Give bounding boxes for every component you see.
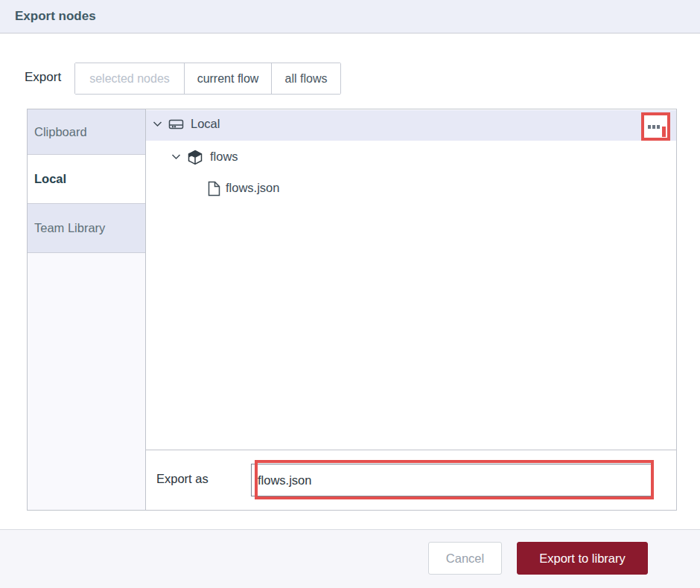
hard-drive-icon — [168, 118, 184, 131]
dialog-title: Export nodes — [15, 9, 96, 24]
export-as-input[interactable] — [251, 464, 654, 496]
export-as-label: Export as — [156, 472, 209, 486]
dialog-footer: Cancel Export to library — [0, 529, 700, 588]
chevron-down-icon[interactable] — [171, 153, 181, 160]
tree-label-flows-json: flows.json — [226, 181, 279, 195]
export-scope-button-group: selected nodes current flow all flows — [74, 63, 341, 95]
cancel-button[interactable]: Cancel — [428, 542, 502, 575]
sidebar-tab-label: Local — [34, 172, 66, 186]
library-menu-button[interactable] — [641, 112, 670, 141]
library-tree: Local flows — [146, 109, 676, 450]
chevron-down-icon[interactable] — [153, 121, 162, 127]
option-selected-nodes[interactable]: selected nodes — [75, 63, 184, 94]
file-icon — [208, 181, 220, 196]
annotation-caret — [662, 127, 666, 137]
option-current-flow[interactable]: current flow — [184, 63, 272, 94]
sidebar-tab-label: Team Library — [34, 221, 105, 235]
tree-label-local: Local — [191, 117, 220, 131]
tree-row-local[interactable]: Local — [146, 110, 676, 141]
sidebar-tab-label: Clipboard — [34, 125, 87, 139]
export-scope-label: Export — [25, 70, 61, 85]
library-panel: Clipboard Local Team Library Local — [27, 109, 677, 511]
cube-icon — [188, 150, 203, 168]
export-as-section: Export as — [146, 450, 676, 510]
ellipsis-icon — [648, 125, 660, 129]
library-sidebar: Clipboard Local Team Library — [28, 109, 146, 510]
sidebar-tab-local[interactable]: Local — [28, 155, 145, 203]
dialog-header: Export nodes — [0, 0, 700, 33]
sidebar-tab-team-library[interactable]: Team Library — [28, 203, 145, 253]
sidebar-tab-clipboard[interactable]: Clipboard — [28, 109, 145, 155]
export-to-library-button[interactable]: Export to library — [517, 542, 648, 575]
tree-row-flows[interactable]: flows — [146, 143, 676, 173]
option-all-flows[interactable]: all flows — [272, 63, 340, 94]
tree-row-flows-json[interactable]: flows.json — [146, 174, 676, 205]
tree-label-flows: flows — [210, 150, 238, 164]
